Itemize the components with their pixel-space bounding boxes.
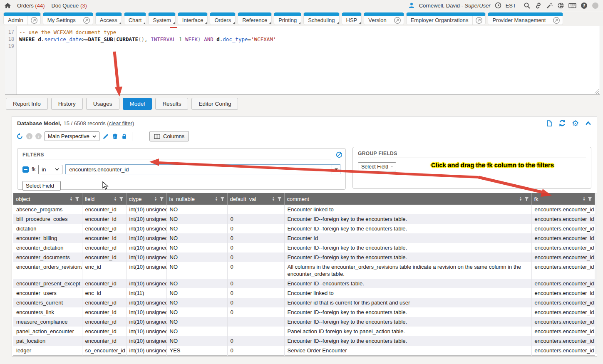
nav-doc-queue[interactable]: Doc Queue (3) xyxy=(51,2,87,9)
table-row[interactable]: encounter_orders_revisionsenc_idint(10) … xyxy=(13,262,595,279)
sql-editor[interactable]: 171819 -- use the WCEXAM document typeWH… xyxy=(5,26,600,95)
main-tab-hsp[interactable]: HSP xyxy=(342,12,362,25)
table-scrollbar-track[interactable] xyxy=(595,193,597,354)
history-forward-icon[interactable]: › xyxy=(35,133,42,139)
launch-icon[interactable] xyxy=(80,16,93,25)
table-row[interactable]: encounter_usersenc_idint(11)NO0Encounter… xyxy=(13,288,595,298)
lock-icon[interactable] xyxy=(121,133,127,140)
main-tab-employer-organizations[interactable]: Employer Organizations xyxy=(406,12,486,25)
tab-results[interactable]: Results xyxy=(155,98,188,110)
sort-icon[interactable]: ▲▼ xyxy=(583,196,586,201)
clear-filters-icon[interactable] xyxy=(336,151,342,158)
table-row[interactable]: encounters_currentencounter_idint(10) un… xyxy=(13,298,595,307)
sort-icon[interactable]: ▲▼ xyxy=(114,196,117,201)
link-icon[interactable] xyxy=(535,2,542,9)
tab-usages[interactable]: Usages xyxy=(86,98,119,110)
table-row[interactable]: panel_action_encounterencounter_idint(10… xyxy=(13,327,595,336)
table-row[interactable]: encounter_documentsencounter_idint(10) u… xyxy=(13,253,595,262)
sort-icon[interactable]: ▲▼ xyxy=(519,196,522,201)
tab-editor-config[interactable]: Editor Config xyxy=(191,98,238,110)
main-tab-printing[interactable]: Printing xyxy=(274,12,301,25)
column-header-comment[interactable]: comment▲▼ xyxy=(284,193,531,205)
nav-orders[interactable]: Orders (44) xyxy=(17,2,45,9)
filter-funnel-icon[interactable] xyxy=(524,197,529,201)
launch-icon[interactable] xyxy=(472,16,485,25)
column-header-is-nullable[interactable]: is_nullable▲▼ xyxy=(166,193,227,205)
combobox-dropdown-icon[interactable] xyxy=(332,165,340,174)
table-row[interactable]: measure_complianceencounter_idint(10) un… xyxy=(13,317,595,327)
clock-icon[interactable] xyxy=(495,2,501,9)
main-tab-system[interactable]: System xyxy=(148,12,175,25)
table-row[interactable]: pat_locationencounter_idint(10) unsigned… xyxy=(13,336,595,346)
filter-funnel-icon[interactable] xyxy=(588,197,592,201)
help-icon[interactable]: ? xyxy=(581,2,588,9)
edit-pencil-icon[interactable] xyxy=(102,133,109,140)
main-tab-version[interactable]: Version xyxy=(364,12,404,25)
user-menu[interactable]: Cornewell, David - SuperUser xyxy=(419,2,491,9)
add-filter-field-select[interactable]: Select Field xyxy=(22,181,61,191)
launch-icon[interactable] xyxy=(27,16,40,25)
columns-button[interactable]: Columns xyxy=(149,131,189,141)
table-row[interactable]: absence_programsencounter_idint(10) unsi… xyxy=(13,205,595,214)
refresh-icon[interactable] xyxy=(558,119,566,127)
collapse-chevron-up-icon[interactable] xyxy=(585,120,592,127)
column-header-object[interactable]: object▲▼ xyxy=(13,193,82,205)
tab-history[interactable]: History xyxy=(51,98,83,110)
clear-filter-link[interactable]: clear filter xyxy=(109,120,132,126)
keyboard-icon[interactable] xyxy=(568,2,576,9)
filter-funnel-icon[interactable] xyxy=(220,197,225,201)
filter-funnel-icon[interactable] xyxy=(75,197,79,201)
columns-icon xyxy=(154,134,160,139)
main-tab-orders[interactable]: Orders xyxy=(210,12,236,25)
globe-icon[interactable] xyxy=(557,2,564,9)
editor-code-area[interactable]: -- use the WCEXAM document typeWHERE d.s… xyxy=(17,26,600,94)
launch-icon[interactable] xyxy=(550,16,563,25)
column-header-ctype[interactable]: ctype▲▼ xyxy=(126,193,166,205)
column-header-field[interactable]: field▲▼ xyxy=(82,193,126,205)
new-document-icon[interactable] xyxy=(546,120,553,127)
filter-funnel-icon[interactable] xyxy=(159,197,164,201)
table-row[interactable]: encounter_present_exceptencounter_idint(… xyxy=(13,279,595,288)
home-icon[interactable] xyxy=(4,2,11,9)
history-back-icon[interactable]: ‹ xyxy=(26,133,32,139)
main-tab-admin[interactable]: Admin xyxy=(3,12,41,25)
main-tab-scheduling[interactable]: Scheduling xyxy=(303,12,339,25)
search-icon[interactable] xyxy=(524,2,531,9)
sort-icon[interactable]: ▲▼ xyxy=(215,196,218,201)
delete-trash-icon[interactable] xyxy=(112,133,118,140)
tab-model[interactable]: Model xyxy=(123,98,152,110)
main-tab-chart[interactable]: Chart xyxy=(124,12,146,25)
sort-icon[interactable]: ▲▼ xyxy=(272,196,275,201)
remove-filter-icon[interactable] xyxy=(22,166,29,173)
main-tab-label: Employer Organizations xyxy=(407,16,473,25)
wand-icon[interactable] xyxy=(546,2,553,9)
group-field-select[interactable]: Select Field xyxy=(358,162,396,171)
table-row[interactable]: encounters_linkencounter_idint(10) unsig… xyxy=(13,307,595,317)
main-tab-access[interactable]: Access xyxy=(95,12,122,25)
filter-operator-select[interactable]: in xyxy=(38,165,62,174)
main-tab-interface[interactable]: Interface xyxy=(178,12,208,25)
sort-icon[interactable]: ▲▼ xyxy=(70,196,73,201)
column-header-fk[interactable]: fk▲▼ xyxy=(531,193,595,205)
main-tab-provider-management[interactable]: Provider Management xyxy=(488,12,563,25)
filter-funnel-icon[interactable] xyxy=(277,197,282,201)
perspective-select[interactable]: Main Perspective xyxy=(45,131,99,141)
main-tab-reference[interactable]: Reference xyxy=(238,12,272,25)
sort-icon[interactable]: ▲▼ xyxy=(154,196,157,201)
table-row[interactable]: dictationencounter_idint(10) unsignedNO0… xyxy=(13,224,595,233)
launch-icon[interactable] xyxy=(391,16,404,25)
main-tab-my-settings[interactable]: My Settings xyxy=(43,12,93,25)
gear-icon[interactable]: ⚙ xyxy=(572,120,579,127)
table-row[interactable]: encounter_billingencounter_idint(10) uns… xyxy=(13,233,595,243)
svg-text:?: ? xyxy=(583,3,585,8)
column-header-default-val[interactable]: default_val▲▼ xyxy=(227,193,284,205)
undo-icon[interactable] xyxy=(16,133,23,140)
tab-report-info[interactable]: Report Info xyxy=(6,98,48,110)
cell-field: enc_id xyxy=(82,262,126,279)
table-row[interactable]: bill_procedure_codesencounter_idint(10) … xyxy=(13,214,595,224)
filter-value-combobox[interactable] xyxy=(65,164,340,174)
filter-value-input[interactable] xyxy=(66,165,332,174)
table-row[interactable]: encounter_dictationencounter_idint(10) u… xyxy=(13,243,595,253)
filter-funnel-icon[interactable] xyxy=(119,197,124,201)
table-row[interactable]: ledgerso_encounter_idint(10) unsignedYES… xyxy=(13,346,595,356)
